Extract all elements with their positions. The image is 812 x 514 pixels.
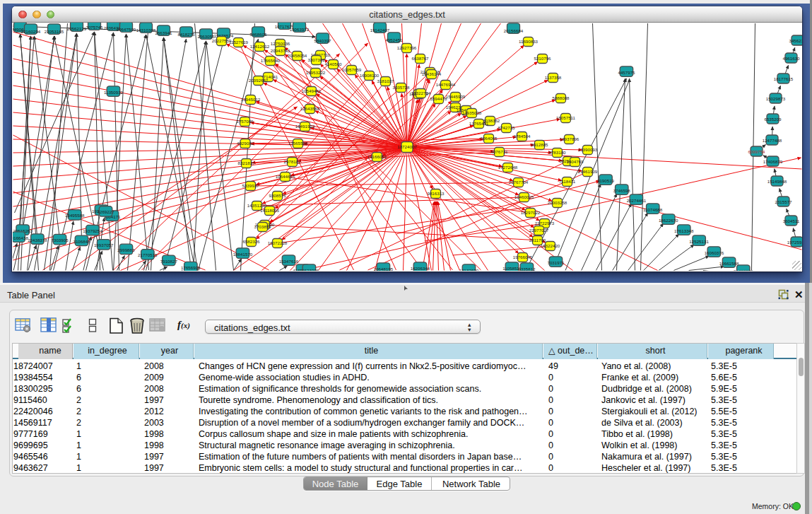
svg-text:13765491: 13765491 — [469, 121, 488, 126]
svg-text:21433273: 21433273 — [734, 268, 753, 271]
svg-text:11350932: 11350932 — [103, 89, 123, 94]
svg-text:11690833: 11690833 — [518, 39, 538, 44]
svg-text:12927396: 12927396 — [396, 45, 416, 50]
svg-text:8321837: 8321837 — [237, 160, 255, 165]
svg-text:7910827: 7910827 — [160, 258, 177, 263]
svg-text:3075745: 3075745 — [86, 24, 103, 29]
svg-text:11074688: 11074688 — [643, 206, 663, 211]
svg-text:20562129: 20562129 — [66, 25, 86, 30]
svg-text:21722973: 21722973 — [534, 221, 554, 226]
svg-text:2978182: 2978182 — [283, 159, 301, 164]
svg-text:9335812: 9335812 — [518, 266, 536, 271]
svg-text:3456213: 3456213 — [789, 38, 802, 43]
svg-text:17406879: 17406879 — [763, 159, 782, 164]
svg-text:20274461: 20274461 — [626, 197, 646, 202]
svg-text:16908100: 16908100 — [359, 73, 379, 78]
svg-text:12643564: 12643564 — [300, 106, 319, 111]
svg-text:13945012: 13945012 — [240, 97, 260, 102]
svg-text:12412612: 12412612 — [249, 44, 269, 49]
svg-text:6582326: 6582326 — [242, 239, 260, 244]
svg-text:5210796: 5210796 — [534, 56, 551, 61]
svg-text:12477488: 12477488 — [762, 138, 782, 143]
svg-text:22053165: 22053165 — [44, 28, 64, 33]
svg-text:16206344: 16206344 — [410, 265, 430, 270]
svg-text:16491923: 16491923 — [295, 124, 314, 129]
svg-text:22977027: 22977027 — [529, 228, 548, 233]
svg-text:5594478: 5594478 — [430, 96, 447, 101]
svg-text:20648195: 20648195 — [373, 266, 393, 271]
svg-text:3784504: 3784504 — [513, 134, 531, 139]
svg-text:6535209: 6535209 — [764, 117, 782, 122]
svg-text:20156684: 20156684 — [503, 28, 523, 33]
svg-text:10644615: 10644615 — [275, 174, 295, 179]
svg-text:3181037: 3181037 — [377, 78, 394, 83]
svg-text:6638767: 6638767 — [411, 56, 429, 61]
svg-text:15029873: 15029873 — [765, 96, 785, 101]
svg-text:5888088: 5888088 — [552, 95, 570, 100]
svg-text:5840397: 5840397 — [314, 37, 331, 42]
svg-text:10322734: 10322734 — [411, 90, 430, 95]
svg-text:20458054: 20458054 — [287, 53, 307, 58]
svg-text:15057511: 15057511 — [555, 115, 575, 120]
svg-text:10460025: 10460025 — [514, 194, 534, 199]
svg-text:16072228: 16072228 — [267, 240, 287, 245]
svg-text:14310388: 14310388 — [136, 27, 155, 32]
svg-text:1757086: 1757086 — [236, 119, 254, 124]
svg-text:21770515: 21770515 — [138, 252, 158, 257]
svg-text:7118411: 7118411 — [558, 179, 575, 184]
svg-text:6912885: 6912885 — [531, 142, 548, 147]
svg-text:4140560: 4140560 — [324, 62, 342, 66]
svg-text:1137358: 1137358 — [544, 75, 561, 80]
svg-text:15149848: 15149848 — [767, 179, 787, 184]
svg-text:6076731: 6076731 — [490, 149, 508, 154]
svg-text:1404769: 1404769 — [566, 159, 584, 164]
svg-text:3746598: 3746598 — [613, 187, 630, 192]
svg-text:8783180: 8783180 — [548, 150, 566, 155]
svg-text:18297022: 18297022 — [520, 210, 540, 215]
svg-text:19436144: 19436144 — [421, 71, 441, 76]
svg-text:13495588: 13495588 — [65, 213, 85, 218]
svg-text:14351230: 14351230 — [247, 203, 266, 208]
svg-text:20166438: 20166438 — [13, 235, 28, 240]
svg-text:12525131: 12525131 — [689, 238, 709, 243]
svg-text:19142407: 19142407 — [370, 27, 389, 32]
svg-text:8742735: 8742735 — [498, 125, 515, 130]
svg-text:16322420: 16322420 — [540, 243, 560, 248]
svg-text:19725914: 19725914 — [787, 240, 801, 245]
svg-text:10057659: 10057659 — [341, 67, 361, 72]
svg-text:17656906: 17656906 — [181, 265, 201, 270]
svg-text:19766045: 19766045 — [512, 255, 532, 259]
svg-text:11527619: 11527619 — [228, 40, 248, 45]
svg-text:9190519: 9190519 — [596, 177, 614, 182]
svg-text:22438378: 22438378 — [28, 237, 47, 242]
svg-text:14118095: 14118095 — [259, 208, 279, 213]
svg-text:2999883: 2999883 — [117, 247, 135, 252]
svg-text:10549441: 10549441 — [301, 88, 321, 93]
svg-text:6064065: 6064065 — [480, 136, 498, 141]
svg-text:20392657: 20392657 — [248, 78, 268, 83]
svg-text:9308575: 9308575 — [269, 193, 286, 198]
svg-text:13390093: 13390093 — [577, 147, 597, 152]
svg-text:10661588: 10661588 — [719, 260, 739, 265]
svg-text:16623006: 16623006 — [299, 267, 319, 271]
svg-text:8418275: 8418275 — [177, 31, 195, 36]
svg-text:7303905: 7303905 — [51, 238, 69, 243]
svg-text:3307301: 3307301 — [307, 57, 325, 62]
svg-text:22160294: 22160294 — [20, 28, 40, 33]
svg-text:14476944: 14476944 — [435, 82, 455, 87]
svg-text:4457975: 4457975 — [618, 69, 635, 74]
svg-text:15347616: 15347616 — [278, 258, 298, 263]
svg-text:15953222: 15953222 — [305, 70, 325, 75]
svg-text:5339937: 5339937 — [242, 183, 259, 188]
svg-text:17272648: 17272648 — [498, 165, 517, 170]
svg-text:5468605: 5468605 — [249, 31, 267, 36]
svg-text:18724007: 18724007 — [397, 144, 417, 149]
svg-text:20767704: 20767704 — [508, 180, 528, 185]
svg-text:3604511: 3604511 — [782, 218, 799, 223]
svg-text:20943743: 20943743 — [270, 48, 290, 53]
svg-text:4269227: 4269227 — [97, 209, 114, 214]
svg-text:4929082: 4929082 — [236, 141, 254, 146]
svg-text:18622670: 18622670 — [658, 217, 678, 222]
svg-text:7031971: 7031971 — [547, 259, 565, 264]
svg-text:18841570: 18841570 — [233, 251, 252, 256]
